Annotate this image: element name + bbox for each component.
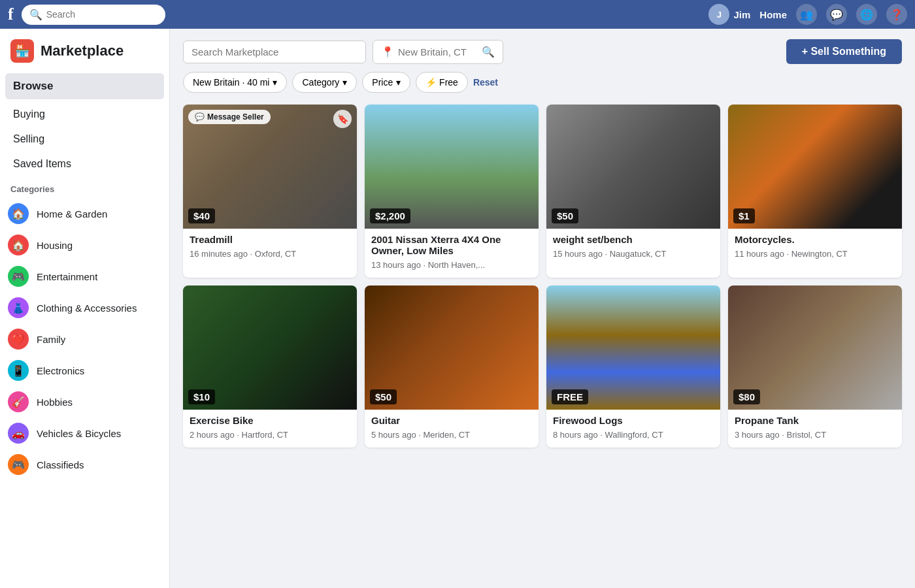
- price-filter-button[interactable]: Price ▾: [362, 72, 410, 93]
- listing-card[interactable]: $50 weight set/bench 15 hours ago · Naug…: [546, 105, 720, 278]
- listing-image: 💬 Message Seller 🔖 $40: [183, 105, 357, 229]
- category-filter-label: Category: [302, 77, 339, 88]
- price-badge: $50: [370, 389, 397, 404]
- sidebar-item-classifieds[interactable]: 🎮 Classifieds: [0, 449, 169, 480]
- listing-info: Motorcycles. 11 hours ago · Newington, C…: [728, 229, 902, 267]
- sidebar-item-hobbies[interactable]: 🎸 Hobbies: [0, 386, 169, 417]
- listing-card[interactable]: $80 Propane Tank 3 hours ago · Bristol, …: [728, 286, 902, 448]
- location-filter-button[interactable]: New Britain · 40 mi ▾: [183, 72, 287, 93]
- listing-meta: 3 hours ago · Bristol, CT: [735, 430, 895, 440]
- cat-icon-entertainment: 🎮: [8, 266, 29, 287]
- bookmark-icon[interactable]: 🔖: [333, 110, 352, 128]
- search-marketplace-input[interactable]: [191, 46, 358, 57]
- message-seller-badge[interactable]: 💬 Message Seller: [188, 110, 271, 124]
- listing-title: Exercise Bike: [190, 415, 350, 426]
- listing-info: Firewood Logs 8 hours ago · Wallingford,…: [546, 410, 720, 448]
- sidebar-item-housing[interactable]: 🏠 Housing: [0, 229, 169, 261]
- cat-label-home-garden: Home & Garden: [37, 208, 107, 220]
- sidebar-item-buying[interactable]: Buying: [5, 102, 164, 127]
- cat-icon-housing: 🏠: [8, 235, 29, 255]
- price-badge: $40: [188, 208, 215, 223]
- location-input[interactable]: [398, 46, 478, 57]
- listing-image: FREE: [546, 286, 720, 410]
- cat-label-electronics: Electronics: [37, 365, 84, 376]
- listing-meta: 2 hours ago · Hartford, CT: [190, 430, 350, 440]
- price-badge: $1: [733, 208, 755, 223]
- listing-image: $10: [183, 286, 357, 410]
- cat-icon-hobbies: 🎸: [8, 391, 29, 412]
- sidebar-item-saved[interactable]: Saved Items: [5, 152, 164, 176]
- main-content: 📍 🔍 + Sell Something New Britain · 40 mi…: [170, 29, 915, 588]
- cat-icon-vehicles: 🚗: [8, 423, 29, 444]
- listing-title: Guitar: [371, 415, 532, 426]
- cat-label-housing: Housing: [37, 240, 73, 251]
- listing-image: $2,200: [365, 105, 539, 229]
- listing-image: $1: [728, 105, 902, 229]
- cat-label-classifieds: Classifieds: [37, 459, 84, 470]
- top-navigation: f 🔍 J Jim Home 👥 💬 🌐 ❓: [0, 0, 915, 29]
- listing-card[interactable]: $2,200 2001 Nissan Xterra 4X4 One Owner,…: [365, 105, 539, 278]
- sidebar-item-selling[interactable]: Selling: [5, 127, 164, 152]
- marketplace-icon: 🏪: [10, 39, 34, 63]
- facebook-logo: f: [8, 5, 14, 24]
- listing-card[interactable]: FREE Firewood Logs 8 hours ago · Walling…: [546, 286, 720, 448]
- cat-icon-home-garden: 🏠: [8, 203, 29, 224]
- price-badge: $2,200: [370, 208, 410, 223]
- sidebar-header: 🏪 Marketplace: [0, 39, 169, 73]
- listing-meta: 8 hours ago · Wallingford, CT: [553, 430, 714, 440]
- listing-title: weight set/bench: [553, 234, 714, 245]
- sidebar-item-electronics[interactable]: 📱 Electronics: [0, 355, 169, 386]
- reset-filter-button[interactable]: Reset: [473, 77, 498, 88]
- listing-image: $50: [546, 105, 720, 229]
- user-avatar: J: [708, 4, 729, 25]
- chevron-down-icon-2: ▾: [342, 77, 347, 88]
- sidebar-item-home-garden[interactable]: 🏠 Home & Garden: [0, 198, 169, 229]
- main-layout: 🏪 Marketplace Browse Buying Selling Save…: [0, 29, 915, 588]
- marketplace-search-bar: 📍 🔍 + Sell Something: [183, 39, 902, 64]
- sidebar-item-clothing[interactable]: 👗 Clothing & Accessories: [0, 292, 169, 323]
- listing-info: Propane Tank 3 hours ago · Bristol, CT: [728, 410, 902, 448]
- listing-card[interactable]: $10 Exercise Bike 2 hours ago · Hartford…: [183, 286, 357, 448]
- topnav-user[interactable]: J Jim: [708, 4, 750, 25]
- free-filter-button[interactable]: ⚡ Free: [416, 72, 468, 93]
- cat-label-vehicles: Vehicles & Bicycles: [37, 428, 121, 439]
- location-wrap[interactable]: 📍 🔍: [373, 40, 503, 64]
- globe-icon[interactable]: 🌐: [856, 4, 877, 25]
- listing-info: Guitar 5 hours ago · Meriden, CT: [365, 410, 539, 448]
- friends-icon[interactable]: 👥: [796, 4, 817, 25]
- chevron-down-icon-3: ▾: [396, 77, 401, 88]
- price-badge: FREE: [552, 389, 588, 404]
- search-input-wrap[interactable]: [183, 41, 366, 63]
- price-badge: $80: [733, 389, 760, 404]
- listing-card[interactable]: $50 Guitar 5 hours ago · Meriden, CT: [365, 286, 539, 448]
- category-filter-button[interactable]: Category ▾: [292, 72, 357, 93]
- cat-icon-family: ❤️: [8, 329, 29, 350]
- messenger-icon[interactable]: 💬: [826, 4, 847, 25]
- listing-title: Motorcycles.: [735, 234, 895, 245]
- listing-title: Treadmill: [190, 234, 350, 245]
- listing-meta: 11 hours ago · Newington, CT: [735, 249, 895, 259]
- home-link[interactable]: Home: [759, 9, 787, 20]
- cat-label-hobbies: Hobbies: [37, 397, 73, 408]
- listing-card[interactable]: 💬 Message Seller 🔖 $40 Treadmill 16 minu…: [183, 105, 357, 278]
- price-badge: $10: [188, 389, 215, 404]
- categories-list: 🏠 Home & Garden 🏠 Housing 🎮 Entertainmen…: [0, 198, 169, 480]
- help-icon[interactable]: ❓: [886, 4, 907, 25]
- listing-title: Propane Tank: [735, 415, 895, 426]
- listing-card[interactable]: $1 Motorcycles. 11 hours ago · Newington…: [728, 105, 902, 278]
- topnav-right: J Jim Home 👥 💬 🌐 ❓: [708, 4, 907, 25]
- sidebar-item-family[interactable]: ❤️ Family: [0, 323, 169, 355]
- global-search-input[interactable]: [46, 9, 158, 20]
- sidebar-item-vehicles[interactable]: 🚗 Vehicles & Bicycles: [0, 417, 169, 449]
- sidebar-item-browse[interactable]: Browse: [5, 73, 164, 99]
- sidebar-nav: Browse Buying Selling Saved Items: [0, 73, 169, 176]
- cat-icon-electronics: 📱: [8, 360, 29, 381]
- listing-image: $50: [365, 286, 539, 410]
- listing-info: Treadmill 16 minutes ago · Oxford, CT: [183, 229, 357, 267]
- sell-something-button[interactable]: + Sell Something: [786, 39, 902, 64]
- sidebar: 🏪 Marketplace Browse Buying Selling Save…: [0, 29, 170, 588]
- global-search-bar[interactable]: 🔍: [22, 5, 165, 25]
- listing-meta: 16 minutes ago · Oxford, CT: [190, 249, 350, 259]
- listing-info: 2001 Nissan Xterra 4X4 One Owner, Low Mi…: [365, 229, 539, 278]
- sidebar-item-entertainment[interactable]: 🎮 Entertainment: [0, 261, 169, 292]
